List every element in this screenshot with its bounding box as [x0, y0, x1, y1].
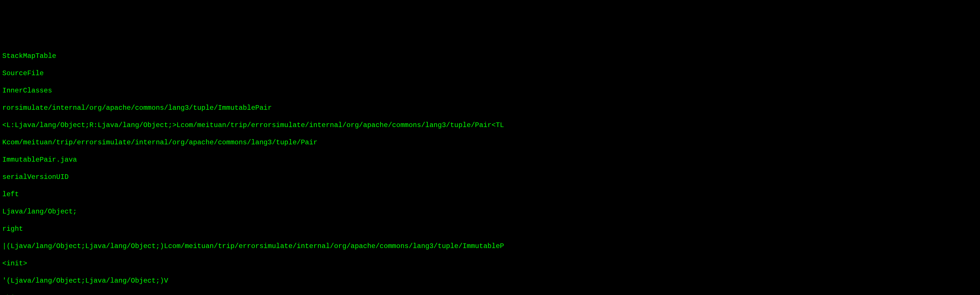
- output-line: SourceFile: [2, 69, 978, 78]
- output-line: <init>: [2, 259, 978, 268]
- output-line: StackMapTable: [2, 52, 978, 61]
- output-line: left: [2, 190, 978, 199]
- output-line: Kcom/meituan/trip/errorsimulate/internal…: [2, 138, 978, 147]
- output-line: ImmutablePair.java: [2, 156, 978, 164]
- output-line: <L:Ljava/lang/Object;R:Ljava/lang/Object…: [2, 121, 978, 130]
- output-line: serialVersionUID: [2, 173, 978, 182]
- output-line: rorsimulate/internal/org/apache/commons/…: [2, 104, 978, 112]
- output-line: right: [2, 225, 978, 233]
- output-line: '(Ljava/lang/Object;Ljava/lang/Object;)V: [2, 277, 978, 285]
- output-line: this: [2, 294, 978, 295]
- output-line: Ljava/lang/Object;: [2, 207, 978, 216]
- terminal-output: StackMapTable SourceFile InnerClasses ro…: [0, 43, 980, 295]
- output-line: InnerClasses: [2, 86, 978, 95]
- output-line: |(Ljava/lang/Object;Ljava/lang/Object;)L…: [2, 242, 978, 250]
